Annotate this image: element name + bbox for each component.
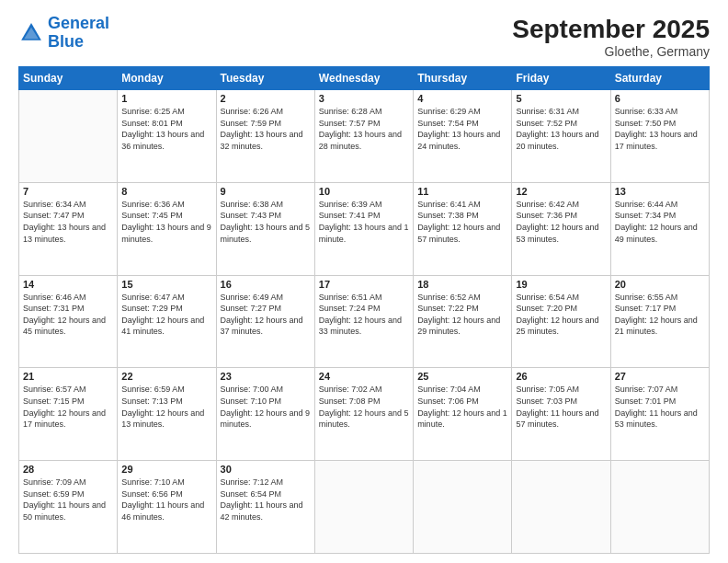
logo-line1: General bbox=[48, 14, 109, 32]
day-info: Sunrise: 6:51 AM Sunset: 7:24 PM Dayligh… bbox=[319, 292, 409, 338]
day-number: 30 bbox=[221, 464, 311, 475]
day-info: Sunrise: 6:57 AM Sunset: 7:15 PM Dayligh… bbox=[23, 384, 113, 430]
table-row: 29Sunrise: 7:10 AM Sunset: 6:56 PM Dayli… bbox=[118, 461, 216, 554]
day-info: Sunrise: 6:54 AM Sunset: 7:20 PM Dayligh… bbox=[516, 292, 606, 338]
day-number: 1 bbox=[121, 93, 211, 104]
day-number: 8 bbox=[121, 186, 211, 197]
header-monday: Monday bbox=[118, 67, 216, 90]
day-number: 22 bbox=[121, 371, 211, 382]
day-info: Sunrise: 7:00 AM Sunset: 7:10 PM Dayligh… bbox=[221, 384, 311, 430]
day-number: 11 bbox=[417, 186, 507, 197]
table-row: 3Sunrise: 6:28 AM Sunset: 7:57 PM Daylig… bbox=[314, 90, 413, 183]
day-number: 15 bbox=[121, 279, 211, 290]
header-thursday: Thursday bbox=[414, 67, 512, 90]
logo: General Blue bbox=[18, 15, 109, 52]
table-row: 13Sunrise: 6:44 AM Sunset: 7:34 PM Dayli… bbox=[610, 182, 709, 275]
table-row: 16Sunrise: 6:49 AM Sunset: 7:27 PM Dayli… bbox=[216, 275, 314, 368]
day-info: Sunrise: 6:34 AM Sunset: 7:47 PM Dayligh… bbox=[23, 199, 113, 245]
day-info: Sunrise: 7:07 AM Sunset: 7:01 PM Dayligh… bbox=[615, 384, 705, 430]
logo-icon bbox=[18, 20, 44, 46]
day-info: Sunrise: 6:42 AM Sunset: 7:36 PM Dayligh… bbox=[516, 199, 606, 245]
table-row: 23Sunrise: 7:00 AM Sunset: 7:10 PM Dayli… bbox=[216, 368, 314, 461]
day-number: 20 bbox=[615, 279, 705, 290]
header-saturday: Saturday bbox=[610, 67, 709, 90]
header-sunday: Sunday bbox=[19, 67, 118, 90]
day-info: Sunrise: 7:10 AM Sunset: 6:56 PM Dayligh… bbox=[121, 477, 211, 523]
table-row: 4Sunrise: 6:29 AM Sunset: 7:54 PM Daylig… bbox=[414, 90, 512, 183]
table-row: 26Sunrise: 7:05 AM Sunset: 7:03 PM Dayli… bbox=[512, 368, 610, 461]
table-row: 30Sunrise: 7:12 AM Sunset: 6:54 PM Dayli… bbox=[216, 461, 314, 554]
table-row: 5Sunrise: 6:31 AM Sunset: 7:52 PM Daylig… bbox=[512, 90, 610, 183]
table-row bbox=[314, 461, 413, 554]
calendar-table: Sunday Monday Tuesday Wednesday Thursday… bbox=[18, 66, 710, 554]
table-row: 9Sunrise: 6:38 AM Sunset: 7:43 PM Daylig… bbox=[216, 182, 314, 275]
table-row: 21Sunrise: 6:57 AM Sunset: 7:15 PM Dayli… bbox=[19, 368, 118, 461]
day-info: Sunrise: 6:59 AM Sunset: 7:13 PM Dayligh… bbox=[121, 384, 211, 430]
day-number: 4 bbox=[417, 93, 507, 104]
table-row bbox=[19, 90, 118, 183]
day-info: Sunrise: 6:55 AM Sunset: 7:17 PM Dayligh… bbox=[615, 292, 705, 338]
day-info: Sunrise: 6:28 AM Sunset: 7:57 PM Dayligh… bbox=[319, 106, 409, 152]
table-row: 28Sunrise: 7:09 AM Sunset: 6:59 PM Dayli… bbox=[19, 461, 118, 554]
table-row: 7Sunrise: 6:34 AM Sunset: 7:47 PM Daylig… bbox=[19, 182, 118, 275]
day-number: 29 bbox=[121, 464, 211, 475]
day-info: Sunrise: 6:39 AM Sunset: 7:41 PM Dayligh… bbox=[319, 199, 409, 245]
table-row: 20Sunrise: 6:55 AM Sunset: 7:17 PM Dayli… bbox=[610, 275, 709, 368]
table-row: 11Sunrise: 6:41 AM Sunset: 7:38 PM Dayli… bbox=[414, 182, 512, 275]
table-row: 14Sunrise: 6:46 AM Sunset: 7:31 PM Dayli… bbox=[19, 275, 118, 368]
day-number: 10 bbox=[319, 186, 409, 197]
day-number: 5 bbox=[516, 93, 606, 104]
day-number: 16 bbox=[221, 279, 311, 290]
table-row: 1Sunrise: 6:25 AM Sunset: 8:01 PM Daylig… bbox=[118, 90, 216, 183]
day-number: 7 bbox=[23, 186, 113, 197]
table-row: 22Sunrise: 6:59 AM Sunset: 7:13 PM Dayli… bbox=[118, 368, 216, 461]
header: General Blue September 2025 Gloethe, Ger… bbox=[18, 15, 710, 59]
calendar-row-1: 7Sunrise: 6:34 AM Sunset: 7:47 PM Daylig… bbox=[19, 182, 710, 275]
day-info: Sunrise: 6:49 AM Sunset: 7:27 PM Dayligh… bbox=[221, 292, 311, 338]
table-row: 8Sunrise: 6:36 AM Sunset: 7:45 PM Daylig… bbox=[118, 182, 216, 275]
day-number: 13 bbox=[615, 186, 705, 197]
page-title: September 2025 bbox=[512, 15, 710, 44]
calendar-row-2: 14Sunrise: 6:46 AM Sunset: 7:31 PM Dayli… bbox=[19, 275, 710, 368]
day-info: Sunrise: 6:41 AM Sunset: 7:38 PM Dayligh… bbox=[417, 199, 507, 245]
table-row: 24Sunrise: 7:02 AM Sunset: 7:08 PM Dayli… bbox=[314, 368, 413, 461]
day-number: 18 bbox=[417, 279, 507, 290]
day-number: 12 bbox=[516, 186, 606, 197]
day-info: Sunrise: 6:44 AM Sunset: 7:34 PM Dayligh… bbox=[615, 199, 705, 245]
day-info: Sunrise: 6:31 AM Sunset: 7:52 PM Dayligh… bbox=[516, 106, 606, 152]
day-number: 14 bbox=[23, 279, 113, 290]
day-info: Sunrise: 6:36 AM Sunset: 7:45 PM Dayligh… bbox=[121, 199, 211, 245]
table-row: 27Sunrise: 7:07 AM Sunset: 7:01 PM Dayli… bbox=[610, 368, 709, 461]
title-block: September 2025 Gloethe, Germany bbox=[512, 15, 710, 59]
table-row bbox=[414, 461, 512, 554]
day-number: 26 bbox=[516, 371, 606, 382]
day-number: 3 bbox=[319, 93, 409, 104]
day-number: 25 bbox=[417, 371, 507, 382]
day-number: 27 bbox=[615, 371, 705, 382]
table-row: 17Sunrise: 6:51 AM Sunset: 7:24 PM Dayli… bbox=[314, 275, 413, 368]
table-row: 12Sunrise: 6:42 AM Sunset: 7:36 PM Dayli… bbox=[512, 182, 610, 275]
day-info: Sunrise: 6:46 AM Sunset: 7:31 PM Dayligh… bbox=[23, 292, 113, 338]
table-row: 10Sunrise: 6:39 AM Sunset: 7:41 PM Dayli… bbox=[314, 182, 413, 275]
weekday-header-row: Sunday Monday Tuesday Wednesday Thursday… bbox=[19, 67, 710, 90]
day-number: 23 bbox=[221, 371, 311, 382]
table-row: 18Sunrise: 6:52 AM Sunset: 7:22 PM Dayli… bbox=[414, 275, 512, 368]
day-info: Sunrise: 6:52 AM Sunset: 7:22 PM Dayligh… bbox=[417, 292, 507, 338]
table-row bbox=[610, 461, 709, 554]
day-info: Sunrise: 6:25 AM Sunset: 8:01 PM Dayligh… bbox=[121, 106, 211, 152]
calendar-row-0: 1Sunrise: 6:25 AM Sunset: 8:01 PM Daylig… bbox=[19, 90, 710, 183]
day-number: 17 bbox=[319, 279, 409, 290]
day-info: Sunrise: 6:38 AM Sunset: 7:43 PM Dayligh… bbox=[221, 199, 311, 245]
day-info: Sunrise: 6:33 AM Sunset: 7:50 PM Dayligh… bbox=[615, 106, 705, 152]
day-number: 28 bbox=[23, 464, 113, 475]
day-info: Sunrise: 7:05 AM Sunset: 7:03 PM Dayligh… bbox=[516, 384, 606, 430]
day-info: Sunrise: 6:26 AM Sunset: 7:59 PM Dayligh… bbox=[221, 106, 311, 152]
table-row bbox=[512, 461, 610, 554]
calendar-row-4: 28Sunrise: 7:09 AM Sunset: 6:59 PM Dayli… bbox=[19, 461, 710, 554]
logo-text: General Blue bbox=[48, 15, 109, 52]
day-number: 21 bbox=[23, 371, 113, 382]
header-friday: Friday bbox=[512, 67, 610, 90]
day-number: 6 bbox=[615, 93, 705, 104]
day-info: Sunrise: 6:29 AM Sunset: 7:54 PM Dayligh… bbox=[417, 106, 507, 152]
header-wednesday: Wednesday bbox=[314, 67, 413, 90]
